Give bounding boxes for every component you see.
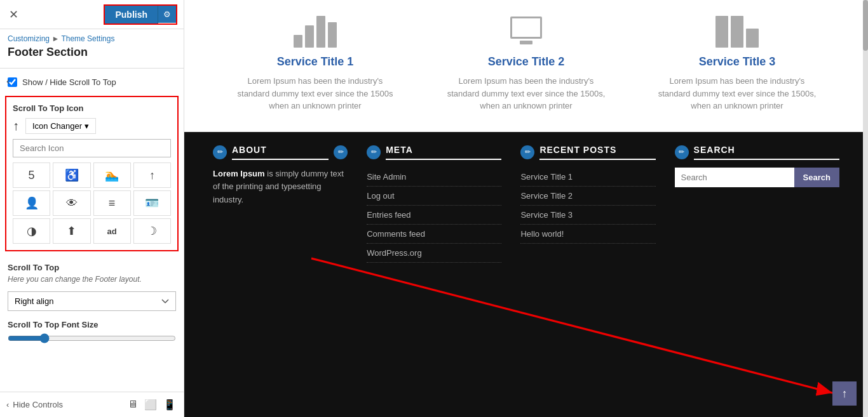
scroll-desc: Here you can change the Footer layout. [0, 274, 184, 289]
svg-line-1 [311, 258, 832, 393]
sidebar-topbar: ✕ Publish ⚙ [0, 0, 184, 29]
breadcrumb-separator: ► [51, 34, 61, 43]
bar4 [328, 22, 337, 48]
icon-changer-row: ↑ Icon Changer ▾ [13, 118, 171, 134]
bar-wide2 [731, 16, 743, 48]
font-size-label: Scroll To Top Font Size [0, 317, 184, 333]
breadcrumb-child: Theme Settings [61, 34, 114, 43]
service-icon-bars-1 [236, 13, 395, 48]
recent-posts-edit-pencil[interactable]: ✏ [520, 145, 534, 159]
scroll-to-top-button[interactable]: ↑ [832, 381, 857, 406]
chevron-left-icon: ‹ [6, 400, 9, 409]
service-title-3: Service Title 3 [658, 55, 817, 69]
service-desc-1: Lorem Ipsum has been the industry's stan… [236, 75, 395, 112]
breadcrumb-root[interactable]: Customizing [8, 34, 50, 43]
meta-header: ✏ META [367, 145, 501, 160]
scroll-to-top-align-label: Scroll To Top [0, 256, 184, 274]
scrollbar-track[interactable] [863, 0, 868, 417]
close-button[interactable]: ✕ [6, 5, 21, 24]
back-button[interactable]: ‹ [0, 70, 16, 92]
recent-posts-title: RECENT POSTS [539, 145, 655, 160]
publish-gear-button[interactable]: ⚙ [158, 6, 176, 23]
search-title: SEARCH [694, 145, 839, 160]
sidebar-divider [0, 68, 184, 69]
about-title: ABOUT [232, 145, 329, 160]
search-widget: Search [675, 168, 839, 187]
service-item-3: Service Title 3 Lorem Ipsum has been the… [658, 13, 817, 112]
font-size-slider[interactable] [8, 333, 176, 343]
icon-cell-5[interactable]: 👁 [53, 190, 90, 216]
footer-col-search: ✏ SEARCH Search [665, 145, 849, 263]
icon-cell-3[interactable]: ↑ [133, 162, 171, 188]
service-desc-2: Lorem Ipsum has been the industry's stan… [447, 75, 606, 112]
meta-link-3[interactable]: Comments feed [367, 225, 501, 244]
bar-wide1 [715, 16, 728, 48]
recent-post-3[interactable]: Hello world! [520, 225, 655, 244]
bar2 [305, 25, 314, 48]
footer-col-meta: ✏ META Site Admin Log out Entries feed C… [357, 145, 511, 263]
icon-cell-2[interactable]: 🏊 [93, 162, 131, 188]
publish-button[interactable]: Publish [105, 6, 158, 23]
meta-title: META [386, 145, 501, 160]
desktop-icon[interactable]: 🖥 [126, 397, 139, 412]
meta-edit-pencil[interactable]: ✏ [367, 145, 381, 159]
services-section: Service Title 1 Lorem Ipsum has been the… [184, 0, 868, 132]
tablet-icon[interactable]: ⬜ [143, 397, 158, 412]
scrollbar-thumb[interactable] [863, 0, 868, 51]
icon-cell-10[interactable]: ad [93, 218, 131, 244]
meta-link-1[interactable]: Log out [367, 187, 501, 206]
footer-section: ✏ ABOUT ✏ Lorem Ipsum is simply dummy te… [184, 132, 868, 418]
service-desc-3: Lorem Ipsum has been the industry's stan… [658, 75, 817, 112]
align-dropdown[interactable]: Right align Left align Center align [8, 291, 176, 311]
recent-post-2[interactable]: Service Title 3 [520, 206, 655, 225]
icon-cell-7[interactable]: 🪪 [133, 190, 171, 216]
mobile-icon[interactable]: 📱 [162, 397, 177, 412]
recent-post-1[interactable]: Service Title 2 [520, 187, 655, 206]
icon-cell-4[interactable]: 👤 [13, 190, 50, 216]
show-hide-row: Show / Hide Scroll To Top [0, 71, 184, 93]
recent-post-0[interactable]: Service Title 1 [520, 168, 655, 187]
icon-grid: 5 ♿ 🏊 ↑ 👤 👁 ≡ 🪪 ◑ ⬆ ad ☽ [13, 162, 171, 244]
show-hide-label: Show / Hide Scroll To Top [22, 77, 116, 87]
icon-cell-9[interactable]: ⬆ [53, 218, 90, 244]
service-title-2: Service Title 2 [447, 55, 606, 69]
icon-cell-1[interactable]: ♿ [53, 162, 90, 188]
meta-link-0[interactable]: Site Admin [367, 168, 501, 187]
search-edit-pencil[interactable]: ✏ [675, 145, 689, 159]
main-area: Service Title 1 Lorem Ipsum has been the… [184, 0, 868, 417]
bar-wide3 [746, 29, 759, 48]
about-edit-pencil-2[interactable]: ✏ [334, 145, 348, 159]
device-icons: 🖥 ⬜ 📱 [126, 397, 177, 412]
hide-controls-button[interactable]: ‹ Hide Controls [6, 400, 63, 409]
icon-changer-label: Icon Changer [32, 121, 82, 131]
monitor-box [510, 17, 542, 39]
icon-cell-8[interactable]: ◑ [13, 218, 50, 244]
footer-search-button[interactable]: Search [794, 168, 839, 187]
sidebar-bottom: ‹ Hide Controls 🖥 ⬜ 📱 [0, 392, 184, 417]
footer-col-recent-posts: ✏ RECENT POSTS Service Title 1 Service T… [511, 145, 665, 263]
chevron-down-icon: ▾ [85, 121, 89, 131]
monitor-stand [520, 41, 532, 44]
icon-changer-dropdown[interactable]: Icon Changer ▾ [25, 118, 96, 134]
icon-cell-6[interactable]: ≡ [93, 190, 131, 216]
sidebar-content: Show / Hide Scroll To Top Scroll To Top … [0, 71, 184, 392]
scroll-icon-label: Scroll To Top Icon [13, 103, 171, 113]
publish-area: Publish ⚙ [105, 6, 176, 23]
bar1 [294, 35, 302, 48]
icon-cell-11[interactable]: ☽ [133, 218, 171, 244]
arrow-up-icon: ↑ [13, 119, 19, 133]
footer-col-about: ✏ ABOUT ✏ Lorem Ipsum is simply dummy te… [203, 145, 357, 263]
font-size-slider-row [0, 333, 184, 343]
meta-link-4[interactable]: WordPress.org [367, 244, 501, 263]
bar3 [316, 16, 325, 48]
meta-link-2[interactable]: Entries feed [367, 206, 501, 225]
search-header: ✏ SEARCH [675, 145, 839, 160]
icon-cell-0[interactable]: 5 [13, 162, 50, 188]
footer-about-text: Lorem Ipsum is simply dummy text of the … [213, 168, 348, 207]
search-icon-input[interactable] [13, 139, 171, 157]
recent-posts-header: ✏ RECENT POSTS [520, 145, 655, 160]
footer-search-input[interactable] [675, 168, 794, 187]
service-title-1: Service Title 1 [236, 55, 395, 69]
about-text-bold: Lorem Ipsum [213, 169, 265, 178]
about-edit-pencil[interactable]: ✏ [213, 145, 227, 159]
